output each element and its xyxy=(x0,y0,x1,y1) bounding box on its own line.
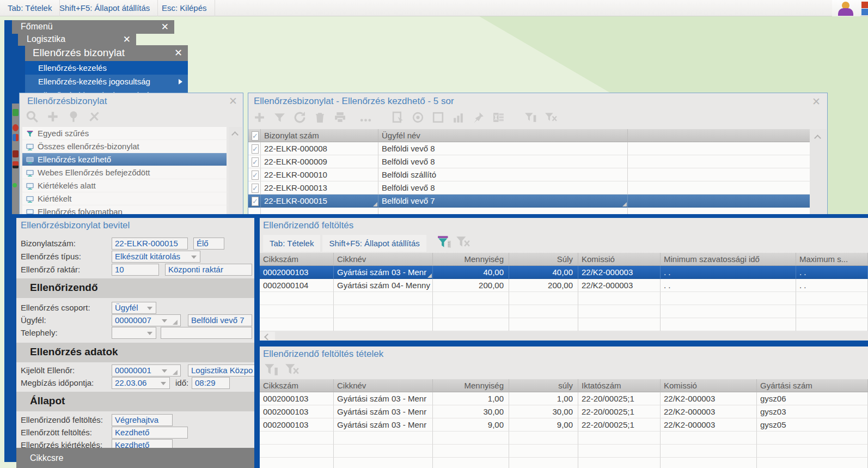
col-komissio[interactable]: Komissió xyxy=(578,253,661,266)
col-mennyiseg[interactable]: Mennyiség xyxy=(433,253,509,266)
col-suly[interactable]: Súly xyxy=(509,253,578,266)
menu-item-kezeles-jogosultsag[interactable]: Ellenőrzés-kezelés jogosultság xyxy=(25,75,188,88)
pin-icon[interactable] xyxy=(472,111,485,126)
filter-save-icon[interactable] xyxy=(524,111,537,126)
col-komissio[interactable]: Komissió xyxy=(661,379,757,392)
tab-tetelek-button[interactable]: Tab: Tételek xyxy=(263,235,320,252)
add-icon[interactable] xyxy=(46,110,60,126)
combo-arrow-icon[interactable] xyxy=(161,382,166,385)
combo-arrow-icon[interactable] xyxy=(162,369,167,373)
col-suly[interactable]: súly xyxy=(509,379,578,392)
col-cikknev[interactable]: Cikknév xyxy=(334,253,433,266)
col-iktatoszam[interactable]: Iktatószám xyxy=(578,379,661,392)
more-icon[interactable] xyxy=(359,111,372,126)
tipus-combo[interactable]: Elkészült kitárolás xyxy=(112,251,200,263)
ugyfel-label: Ügyfél: xyxy=(21,314,46,326)
search-icon[interactable] xyxy=(25,110,39,126)
lookup-icon[interactable] xyxy=(173,320,178,325)
select-icon[interactable] xyxy=(431,111,445,126)
col-mennyiseg[interactable]: Mennyiség xyxy=(433,379,509,392)
chart-icon[interactable] xyxy=(451,111,465,126)
row-checkbox[interactable]: ✓ xyxy=(248,142,261,155)
user-button[interactable] xyxy=(832,0,860,16)
filter-item-kiertekeles-alatt[interactable]: Kiértékelés alatt xyxy=(22,179,227,192)
table-row[interactable]: ✓ 22-ELKR-000010 Belföldi szállító xyxy=(248,168,810,181)
report-icon[interactable] xyxy=(391,111,405,126)
filter-list-scrollbar[interactable] xyxy=(229,127,242,216)
cmd-tab-tetelek[interactable]: Tab: Tételek xyxy=(0,0,60,16)
excel-icon[interactable] xyxy=(492,111,505,126)
col-bizonylat-szam[interactable]: Bizonylat szám xyxy=(261,129,378,142)
col-cikknev[interactable]: Cikknév xyxy=(334,379,433,392)
col-max-szavatossag[interactable]: Maximum s... xyxy=(796,253,868,266)
scroll-up-icon[interactable] xyxy=(231,131,239,138)
filter-item-osszes[interactable]: Összes ellenőrzés-bizonylat xyxy=(22,140,227,153)
scroll-up-icon[interactable] xyxy=(814,135,821,142)
table-row[interactable]: 0002000103 Gyártási szám 03 - Menr 1,00 … xyxy=(260,392,868,405)
bizonylatszam-field[interactable]: 22-ELKR-000015 xyxy=(112,238,188,250)
tree-icon[interactable] xyxy=(66,110,81,126)
filter-item-webes[interactable]: Webes Ellenőrzés befejeződött xyxy=(22,166,227,179)
table-row[interactable]: 0002000103 Gyártási szám 03 - Menr 9,00 … xyxy=(260,418,868,431)
combo-arrow-icon[interactable] xyxy=(147,332,152,335)
allapot-atallitas-button[interactable]: Shift+F5: Állapot átállítás xyxy=(322,235,426,252)
table-row[interactable]: ✓ 22-ELKR-000008 Belföldi vevő 8 xyxy=(248,142,810,155)
filter-clear-icon[interactable] xyxy=(544,111,558,126)
combo-arrow-icon[interactable] xyxy=(162,319,167,323)
col-gyartasi-szam[interactable]: Gyártási szám xyxy=(757,379,868,392)
col-cikkszam[interactable]: Cikkszám xyxy=(260,253,334,266)
row-checkbox[interactable]: ✓ xyxy=(248,181,261,195)
combo-arrow-icon[interactable] xyxy=(191,256,197,259)
filter-active-icon[interactable] xyxy=(436,234,453,252)
preview-icon[interactable] xyxy=(411,111,425,126)
table-row-selected[interactable]: ✓ 22-ELKR-000015 Belföldi vevő 7 xyxy=(248,195,810,208)
filter-save-icon[interactable] xyxy=(263,362,279,379)
table-row-selected[interactable]: 0002000103 Gyártási szám 03 - Menr 40,00… xyxy=(260,266,868,279)
refresh-icon[interactable] xyxy=(293,111,307,126)
add-icon[interactable] xyxy=(253,111,266,126)
filter-item-kezdheto[interactable]: Ellenőrzés kezdhető xyxy=(22,153,227,166)
lookup-icon[interactable] xyxy=(173,370,178,375)
background-menu-item[interactable]: Cikkcsre xyxy=(30,453,63,463)
upper-table-hscrollbar[interactable] xyxy=(260,332,868,341)
table-row[interactable]: ✓ 22-ELKR-000009 Belföldi vevő 8 xyxy=(248,155,810,168)
ellenorzes-bizonylat-close-icon[interactable]: ✕ xyxy=(174,47,182,59)
ido-field[interactable]: 08:29 xyxy=(192,377,230,389)
filter-icon[interactable] xyxy=(273,111,286,126)
table-row[interactable]: 0002000103 Gyártási szám 03 - Menr 30,00… xyxy=(260,405,868,418)
logisztika-close-icon[interactable]: ✕ xyxy=(123,34,131,45)
col-min-szavatossag[interactable]: Minimum szavatossági idő xyxy=(661,253,796,266)
table-row[interactable]: 0002000104 Gyártási szám 04- Menny 200,0… xyxy=(260,279,868,292)
ugyfel-combo[interactable]: 00000007 xyxy=(112,314,181,326)
filter-clear-icon[interactable] xyxy=(284,362,300,379)
browse-window-close-icon[interactable]: ✕ xyxy=(812,96,821,107)
menu-mini-icon xyxy=(13,183,17,187)
megbizas-date-combo[interactable]: 22.03.06 xyxy=(112,377,170,389)
cmd-shift-f5[interactable]: Shift+F5: Állapot átállítás xyxy=(52,0,158,16)
select-all-checkbox[interactable]: ✓ xyxy=(248,129,261,142)
filter-item-kiertekelt[interactable]: Kiértékelt xyxy=(22,192,227,205)
table-row[interactable]: ✓ 22-ELKR-000013 Belföldi vevő 8 xyxy=(248,181,810,195)
filter-item-egyedi-szures[interactable]: Egyedi szűrés xyxy=(22,127,227,140)
col-cikkszam[interactable]: Cikkszám xyxy=(260,379,334,392)
combo-arrow-icon[interactable] xyxy=(147,307,152,310)
unpin-icon[interactable] xyxy=(87,110,101,126)
raktar-code-field[interactable]: 10 xyxy=(112,264,159,276)
filter-window-close-icon[interactable]: ✕ xyxy=(229,96,237,106)
print-icon[interactable] xyxy=(333,111,347,126)
col-ugyfel-nev[interactable]: Ügyfél név xyxy=(378,129,628,142)
csoport-combo[interactable]: Ügyfél xyxy=(112,302,156,314)
fomenu-close-icon[interactable]: ✕ xyxy=(161,21,169,33)
ellenor-combo[interactable]: 00000001 xyxy=(112,364,181,376)
telephely-combo[interactable] xyxy=(112,327,156,339)
menu-item-ellenorzes-kezeles[interactable]: Ellenőrzés-kezelés xyxy=(25,61,188,75)
browse-table-scrollbar[interactable] xyxy=(810,129,827,216)
delete-icon[interactable] xyxy=(313,111,327,126)
row-checkbox[interactable]: ✓ xyxy=(248,155,261,168)
filter-clear-icon[interactable] xyxy=(455,234,471,252)
panel-divider[interactable] xyxy=(254,341,868,345)
row-checkbox[interactable]: ✓ xyxy=(248,168,261,181)
scroll-left-button[interactable] xyxy=(260,332,275,341)
row-checkbox[interactable]: ✓ xyxy=(248,195,261,208)
cmd-esc-kilepes[interactable]: Esc: Kilépés xyxy=(154,0,215,16)
